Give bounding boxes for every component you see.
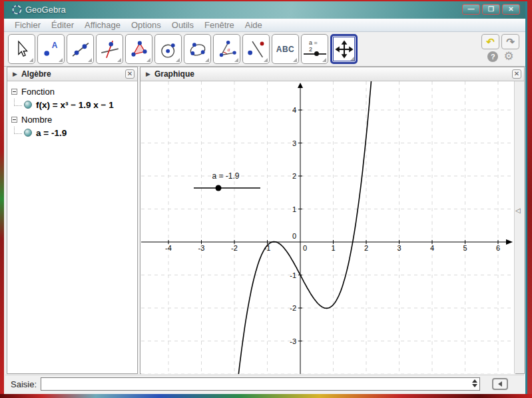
polygon-icon [128,37,150,62]
graphics-panel-header: ▶ Graphique ✕ [140,67,524,81]
graphics-collapse-arrow-icon[interactable]: ▶ [146,71,150,77]
toolbar-right-controls: ↶ ↷ ? ⚙ [481,34,520,62]
tool-angle[interactable]: a [213,34,240,64]
tool-circle-center-point[interactable] [154,34,182,64]
angle-icon: a [216,37,238,62]
desktop: GeoGebra — ❐ ✕ Fichier Éditer Affichage … [0,0,532,398]
ellipse-icon [186,37,209,62]
collapse-node-icon[interactable] [11,89,17,95]
tool-new-point[interactable]: A [37,34,65,64]
x-tick-label: 2 [364,244,368,252]
tree-connector [14,99,22,106]
toolbar: A [4,32,525,67]
algebra-collapse-arrow-icon[interactable]: ▶ [13,71,17,77]
menu-fichier[interactable]: Fichier [9,20,46,30]
tool-move-cursor[interactable] [8,34,35,64]
y-tick-label: 1 [292,205,296,213]
help-icon[interactable]: ? [487,51,498,62]
y-tick-label: -2 [290,304,296,312]
graphics-panel-title: Graphique [154,69,194,79]
x-tick-label: 4 [430,244,434,252]
y-tick-label: -1 [290,271,296,279]
text-tool-label: ABC [276,45,295,54]
tool-perpendicular-line[interactable] [96,34,123,64]
collapse-left-arrow-icon: ◁ [515,207,521,214]
slider-value-label: a = -1.9 [212,171,239,181]
menu-fenetre[interactable]: Fenêtre [199,20,240,30]
visibility-marble-icon[interactable] [24,129,32,137]
graphics-view[interactable]: -4-3-2-10123456-3-2-101234a = -1.9 [141,81,515,374]
input-spinner[interactable] [472,379,477,387]
function-definition: f(x) = x³ − 1.9 x − 1 [36,100,114,110]
close-button[interactable]: ✕ [502,4,520,15]
x-tick-label: -3 [198,244,205,252]
tool-text[interactable]: ABC [272,34,299,64]
window-right-border [525,1,527,394]
algebra-panel-header: ▶ Algèbre ✕ [7,67,137,81]
tool-polygon[interactable] [125,34,152,64]
y-tick-label: 2 [292,172,296,180]
window-controls: — ❐ ✕ [462,4,520,15]
menu-options[interactable]: Options [126,20,166,30]
tool-move-graphics-view[interactable] [330,34,358,64]
x-tick-label: 6 [496,244,500,252]
slider-tool-label: a = 2 [309,39,320,53]
menu-editer[interactable]: Éditer [46,20,79,30]
collapse-node-icon[interactable] [11,117,17,123]
x-tick-label: 0 [303,244,307,252]
undo-button[interactable]: ↶ [481,34,499,49]
tree-connector [14,127,22,134]
geogebra-logo-icon [11,4,23,15]
panel-collapse-strip[interactable]: ◁ [514,81,523,373]
gear-icon[interactable]: ⚙ [503,51,513,62]
x-tick-label: -2 [231,244,238,252]
algebra-group-fonction: Fonction f(x) = x³ − 1.9 x − 1 [11,85,137,112]
menu-affichage[interactable]: Affichage [79,20,126,30]
input-history-button[interactable] [492,378,508,390]
group-label: Nombre [21,115,52,125]
algebra-item-function[interactable]: f(x) = x³ − 1.9 x − 1 [11,97,137,112]
desktop-edge-bottom [0,394,532,398]
algebra-close-icon[interactable]: ✕ [125,69,134,79]
spinner-up-icon [472,379,477,383]
slider-handle[interactable] [216,185,222,191]
slider-tool-icon: a = 2 [304,39,326,59]
svg-text:A: A [51,41,57,50]
menu-aide[interactable]: Aide [240,20,268,30]
maximize-button[interactable]: ❐ [482,4,500,15]
y-tick-label: -3 [290,337,296,345]
graphics-panel: ▶ Graphique ✕ -4-3-2-10123456-3-2-101234… [140,67,525,374]
graphics-close-icon[interactable]: ✕ [512,69,521,79]
x-tick-label: -4 [165,244,172,252]
command-input[interactable] [41,377,480,391]
redo-button[interactable]: ↷ [501,34,519,49]
desktop-edge-right [527,0,532,398]
move-view-icon [334,38,355,61]
tool-ellipse[interactable] [184,34,211,64]
algebra-panel: ▶ Algèbre ✕ Fonction f(x) = x³ − 1.9 x −… [7,67,138,374]
y-zero-label: 0 [292,232,296,240]
cursor-arrow-icon [11,37,33,62]
x-tick-label: 3 [397,244,401,252]
group-label: Fonction [21,87,55,97]
minimize-button[interactable]: — [462,4,480,15]
window-title: GeoGebra [25,5,66,15]
line-icon [69,37,92,62]
point-icon: A [40,37,63,62]
y-tick-label: 3 [292,139,296,147]
title-bar[interactable]: GeoGebra — ❐ ✕ [4,1,525,19]
input-field-wrap [41,377,480,391]
y-tick-label: 4 [292,106,296,114]
algebra-item-number[interactable]: a = -1.9 [11,125,137,140]
y-axis-arrow-icon [298,83,303,88]
tool-line-two-points[interactable] [67,34,94,64]
visibility-marble-icon[interactable] [24,101,32,109]
tool-slider[interactable]: a = 2 [301,34,328,64]
algebra-panel-title: Algèbre [21,69,51,79]
spinner-down-icon [472,384,477,387]
menu-outils[interactable]: Outils [166,20,199,30]
function-curve[interactable] [235,81,374,374]
tool-reflect[interactable] [242,34,270,64]
input-label: Saisie: [11,379,37,389]
x-axis-arrow-icon [506,239,513,245]
